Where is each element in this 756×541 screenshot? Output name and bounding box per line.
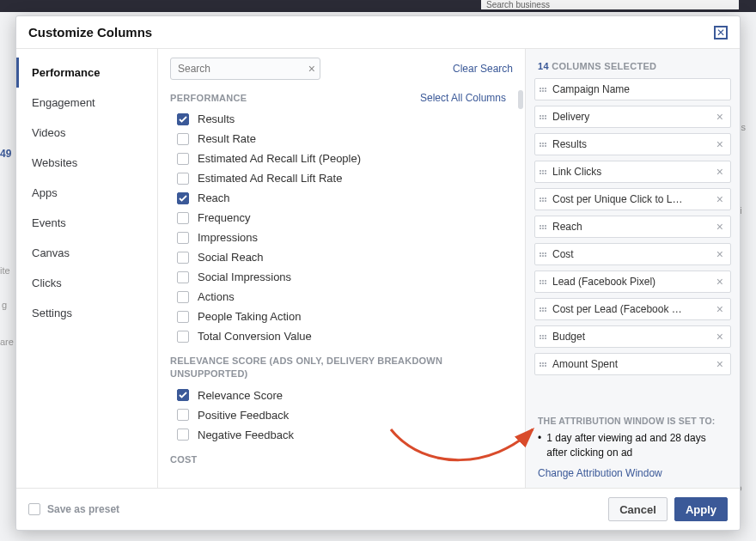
drag-handle-icon[interactable] — [537, 86, 549, 94]
close-icon[interactable]: ✕ — [714, 26, 728, 40]
remove-chip-icon[interactable]: × — [715, 247, 725, 261]
selected-column-chip[interactable]: Results× — [534, 133, 731, 155]
chip-label: Reach — [552, 221, 715, 233]
clear-search-link[interactable]: Clear Search — [453, 63, 513, 75]
scrollbar[interactable] — [518, 90, 523, 109]
apply-button[interactable]: Apply — [674, 497, 728, 521]
column-option[interactable]: Result Rate — [170, 129, 513, 149]
remove-chip-icon[interactable]: × — [715, 137, 725, 151]
drag-handle-icon[interactable] — [537, 223, 549, 231]
column-option[interactable]: Estimated Ad Recall Lift (People) — [170, 149, 513, 168]
checkbox-icon[interactable] — [177, 252, 189, 264]
checkbox-icon[interactable] — [177, 331, 189, 343]
attribution-text: 1 day after viewing ad and 28 days after… — [538, 431, 728, 460]
column-option[interactable]: Social Impressions — [170, 267, 513, 287]
checkbox-icon[interactable] — [177, 429, 189, 441]
section-title: PERFORMANCE — [170, 93, 247, 103]
business-search-placeholder: Search business — [481, 0, 739, 9]
drag-handle-icon[interactable] — [537, 196, 549, 204]
selected-column-chip[interactable]: Amount Spent× — [534, 353, 731, 375]
column-option[interactable]: Total Conversion Value — [170, 326, 513, 346]
column-option[interactable]: Results — [170, 109, 513, 129]
column-option[interactable]: Impressions — [170, 228, 513, 247]
checkbox-icon[interactable] — [177, 173, 189, 185]
selected-column-chip[interactable]: Cost per Lead (Facebook …× — [534, 298, 731, 320]
checkbox-checked-icon[interactable] — [177, 113, 189, 125]
selected-column-chip[interactable]: Budget× — [534, 325, 731, 348]
column-option[interactable]: People Taking Action — [170, 307, 513, 326]
column-option[interactable]: Actions — [170, 287, 513, 307]
selected-column-chip[interactable]: Cost per Unique Click to L…× — [534, 188, 731, 210]
search-input[interactable] — [170, 58, 320, 80]
drag-handle-icon[interactable] — [537, 251, 549, 258]
sidebar-item-events[interactable]: Events — [16, 208, 157, 238]
sidebar-item-videos[interactable]: Videos — [16, 118, 157, 148]
checkbox-icon[interactable] — [177, 153, 189, 165]
remove-chip-icon[interactable]: × — [715, 110, 725, 124]
drag-handle-icon[interactable] — [537, 141, 549, 149]
remove-chip-icon[interactable]: × — [715, 357, 725, 371]
selected-column-chip[interactable]: Lead (Facebook Pixel)× — [534, 270, 731, 293]
selected-column-chip[interactable]: Campaign Name — [534, 78, 731, 100]
selected-column-chip[interactable]: Delivery× — [534, 106, 731, 128]
chip-label: Budget — [552, 331, 715, 343]
checkbox-icon[interactable] — [177, 133, 189, 145]
selected-heading-suffix: COLUMNS SELECTED — [549, 61, 657, 71]
modal-body: PerformanceEngagementVideosWebsitesAppsE… — [16, 49, 740, 488]
checkbox-icon[interactable] — [177, 409, 189, 421]
chip-label: Lead (Facebook Pixel) — [552, 276, 715, 288]
column-option-label: Result Rate — [198, 132, 256, 145]
drag-handle-icon[interactable] — [537, 168, 549, 176]
drag-handle-icon[interactable] — [537, 333, 549, 341]
sidebar-item-clicks[interactable]: Clicks — [16, 268, 157, 298]
remove-chip-icon[interactable]: × — [715, 165, 725, 179]
cancel-button[interactable]: Cancel — [608, 497, 668, 521]
column-option[interactable]: Relevance Score — [170, 386, 513, 405]
selected-column-chip[interactable]: Link Clicks× — [534, 161, 731, 183]
column-option[interactable]: Positive Feedback — [170, 405, 513, 425]
drag-handle-icon[interactable] — [537, 278, 549, 286]
selected-column-chip[interactable]: Cost× — [534, 243, 731, 265]
column-option[interactable]: Social Reach — [170, 247, 513, 267]
chip-label: Results — [552, 138, 715, 150]
change-attribution-link[interactable]: Change Attribution Window — [538, 467, 662, 479]
column-option[interactable]: Reach — [170, 188, 513, 208]
checkbox-icon[interactable] — [177, 271, 189, 283]
remove-chip-icon[interactable]: × — [715, 275, 725, 289]
select-all-link[interactable]: Select All Columns — [420, 92, 506, 104]
checkbox-icon[interactable] — [177, 311, 189, 323]
options-scroll[interactable]: PERFORMANCE Select All Columns ResultsRe… — [158, 85, 518, 488]
drag-handle-icon[interactable] — [537, 113, 549, 121]
drag-handle-icon[interactable] — [537, 306, 549, 313]
center-toolbar: × Clear Search — [158, 49, 525, 85]
chip-label: Cost per Lead (Facebook … — [552, 303, 715, 315]
sidebar-item-performance[interactable]: Performance — [16, 58, 157, 88]
selected-chip-list: Campaign NameDelivery×Results×Link Click… — [526, 78, 740, 409]
checkbox-checked-icon[interactable] — [177, 192, 189, 204]
checkbox-icon[interactable] — [177, 291, 189, 303]
modal-title: Customize Columns — [28, 25, 152, 40]
drag-handle-icon[interactable] — [537, 361, 549, 368]
selected-column-chip[interactable]: Reach× — [534, 216, 731, 238]
remove-chip-icon[interactable]: × — [715, 192, 725, 206]
remove-chip-icon[interactable]: × — [715, 220, 725, 234]
remove-chip-icon[interactable]: × — [715, 302, 725, 316]
column-option[interactable]: Estimated Ad Recall Lift Rate — [170, 168, 513, 188]
sidebar-item-canvas[interactable]: Canvas — [16, 238, 157, 268]
column-option[interactable]: Frequency — [170, 208, 513, 228]
sidebar-item-engagement[interactable]: Engagement — [16, 88, 157, 118]
modal-header: Customize Columns ✕ — [16, 16, 740, 49]
sidebar-item-websites[interactable]: Websites — [16, 148, 157, 178]
save-preset-checkbox[interactable] — [28, 503, 40, 515]
clear-input-icon[interactable]: × — [308, 62, 315, 76]
checkbox-checked-icon[interactable] — [177, 389, 189, 401]
column-option[interactable]: Negative Feedback — [170, 425, 513, 445]
checkbox-icon[interactable] — [177, 212, 189, 224]
column-option-label: Estimated Ad Recall Lift (People) — [198, 152, 361, 165]
sidebar-item-settings[interactable]: Settings — [16, 298, 157, 328]
columns-center-pane: × Clear Search PERFORMANCE Select All Co… — [158, 49, 525, 488]
remove-chip-icon[interactable]: × — [715, 330, 725, 343]
checkbox-icon[interactable] — [177, 232, 189, 244]
attribution-block: THE ATTRIBUTION WINDOW IS SET TO: 1 day … — [526, 409, 740, 488]
sidebar-item-apps[interactable]: Apps — [16, 178, 157, 208]
